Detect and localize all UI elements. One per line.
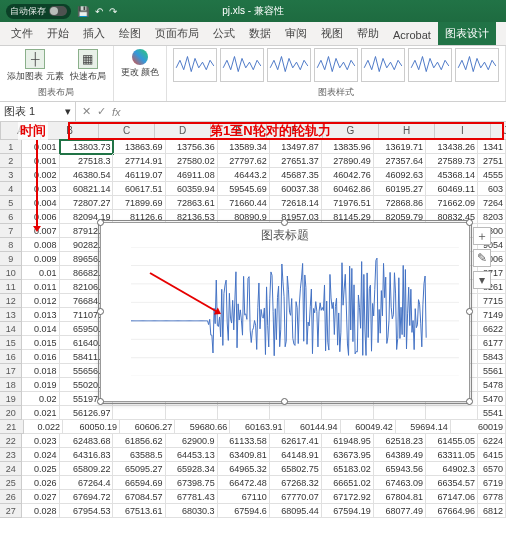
cell[interactable]: 0.026: [22, 476, 59, 490]
cell[interactable]: 6570: [478, 462, 506, 476]
cell[interactable]: 0.027: [22, 490, 59, 504]
row-header[interactable]: 7: [0, 224, 22, 238]
cell[interactable]: 71660.44: [218, 196, 270, 210]
row-header[interactable]: 17: [0, 364, 22, 378]
cell[interactable]: 0.012: [22, 294, 59, 308]
tab-数据[interactable]: 数据: [242, 22, 278, 45]
chart-style-thumb[interactable]: [314, 48, 358, 82]
chart-style-thumb[interactable]: [267, 48, 311, 82]
cell[interactable]: 13863.69: [113, 140, 165, 154]
cell[interactable]: 27357.64: [374, 154, 426, 168]
cell[interactable]: 27797.62: [218, 154, 270, 168]
row-header[interactable]: 8: [0, 238, 22, 252]
cell[interactable]: 67084.57: [113, 490, 165, 504]
cell[interactable]: 0.004: [22, 196, 59, 210]
cell[interactable]: 46042.76: [322, 168, 374, 182]
cell[interactable]: 46092.63: [374, 168, 426, 182]
cell[interactable]: 0.02: [22, 392, 59, 406]
chart-style-thumb[interactable]: [455, 48, 499, 82]
cell[interactable]: 13619.71: [374, 140, 426, 154]
chevron-down-icon[interactable]: ▾: [65, 105, 71, 118]
row-header[interactable]: 5: [0, 196, 22, 210]
cell[interactable]: 27589.73: [426, 154, 478, 168]
col-header[interactable]: J: [491, 122, 506, 139]
cell[interactable]: 7715: [478, 294, 506, 308]
cell[interactable]: 60617.51: [113, 182, 165, 196]
cell[interactable]: 27890.49: [322, 154, 374, 168]
row-header[interactable]: 9: [0, 252, 22, 266]
resize-handle[interactable]: [281, 398, 288, 405]
cell[interactable]: 46119.07: [113, 168, 165, 182]
col-header[interactable]: C: [99, 122, 155, 139]
cell[interactable]: 45368.14: [426, 168, 478, 182]
col-header[interactable]: I: [435, 122, 491, 139]
cell[interactable]: 67463.09: [374, 476, 426, 490]
cell[interactable]: 8203: [478, 210, 506, 224]
col-header[interactable]: B: [41, 122, 99, 139]
tab-图表设计[interactable]: 图表设计: [438, 22, 496, 45]
row-header[interactable]: 15: [0, 336, 22, 350]
cell[interactable]: 0.025: [22, 462, 59, 476]
cell[interactable]: 62518.23: [374, 434, 426, 448]
cell[interactable]: 0.003: [22, 182, 59, 196]
tab-页面布局[interactable]: 页面布局: [148, 22, 206, 45]
resize-handle[interactable]: [281, 219, 288, 226]
row-header[interactable]: 16: [0, 350, 22, 364]
chart-style-thumb[interactable]: [220, 48, 264, 82]
cell[interactable]: [426, 406, 478, 420]
cell[interactable]: 60037.38: [270, 182, 322, 196]
resize-handle[interactable]: [97, 398, 104, 405]
row-header[interactable]: 23: [0, 448, 22, 462]
cell[interactable]: 68095.44: [270, 504, 322, 518]
cell[interactable]: 13497.87: [270, 140, 322, 154]
redo-icon[interactable]: ↷: [109, 6, 117, 17]
cell[interactable]: 4555: [478, 168, 506, 182]
cell[interactable]: [218, 406, 270, 420]
cell[interactable]: 0.006: [22, 210, 59, 224]
cell[interactable]: 0.008: [22, 238, 59, 252]
resize-handle[interactable]: [466, 308, 473, 315]
cell[interactable]: 0.021: [22, 406, 59, 420]
tab-插入[interactable]: 插入: [76, 22, 112, 45]
row-header[interactable]: 2: [0, 154, 22, 168]
cell[interactable]: 60050.19: [63, 420, 120, 434]
row-header[interactable]: 14: [0, 322, 22, 336]
cell[interactable]: 67804.81: [374, 490, 426, 504]
cell[interactable]: 65095.27: [113, 462, 165, 476]
row-header[interactable]: 11: [0, 280, 22, 294]
add-chart-element-button[interactable]: ┼添加图表 元素: [6, 48, 65, 84]
cell[interactable]: 67268.32: [270, 476, 322, 490]
cell[interactable]: 60462.86: [322, 182, 374, 196]
cell[interactable]: [374, 406, 426, 420]
tab-公式[interactable]: 公式: [206, 22, 242, 45]
cell[interactable]: 67781.43: [166, 490, 218, 504]
cell[interactable]: 0.001: [22, 154, 59, 168]
chart-title[interactable]: 图表标题: [101, 223, 469, 248]
cell[interactable]: 65802.75: [270, 462, 322, 476]
cell[interactable]: 1341: [478, 140, 506, 154]
cell[interactable]: 0.014: [22, 322, 59, 336]
cell[interactable]: 6719: [478, 476, 506, 490]
cell[interactable]: 46380.54: [60, 168, 114, 182]
cell[interactable]: 13835.96: [322, 140, 374, 154]
cell[interactable]: 67694.72: [60, 490, 114, 504]
row-header[interactable]: 18: [0, 378, 22, 392]
cell[interactable]: 68077.49: [374, 504, 426, 518]
undo-icon[interactable]: ↶: [95, 6, 103, 17]
cell[interactable]: 5478: [478, 378, 506, 392]
cell[interactable]: 60606.27: [120, 420, 175, 434]
spreadsheet-grid[interactable]: 时间 第1至N轮对的轮轨力 ABCDEFGHIJ 10.00113803.731…: [0, 122, 506, 518]
col-header[interactable]: H: [379, 122, 435, 139]
cell[interactable]: [113, 406, 165, 420]
cell[interactable]: 0.001: [22, 140, 59, 154]
cell[interactable]: [322, 406, 374, 420]
cell[interactable]: 0.022: [24, 420, 63, 434]
row-header[interactable]: 3: [0, 168, 22, 182]
cell[interactable]: [270, 406, 322, 420]
resize-handle[interactable]: [97, 219, 104, 226]
cell[interactable]: 72863.61: [166, 196, 218, 210]
cell[interactable]: 13756.36: [166, 140, 218, 154]
row-header[interactable]: 22: [0, 434, 22, 448]
cell[interactable]: 67770.07: [270, 490, 322, 504]
cell[interactable]: 59694.14: [396, 420, 451, 434]
